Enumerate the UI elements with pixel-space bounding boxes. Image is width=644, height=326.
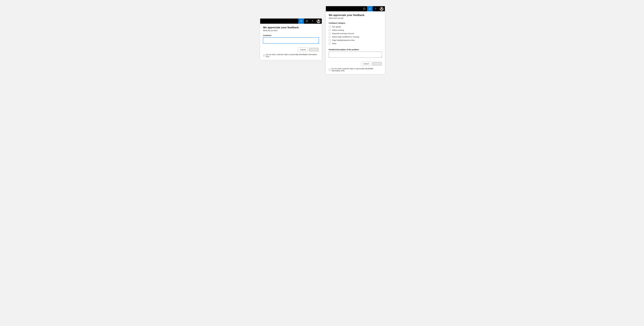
category-option[interactable]: Reported anomaly incorrect	[329, 32, 382, 35]
pii-notice-text: Do not enter customer data or personally…	[266, 54, 319, 58]
category-option-label: File upload	[332, 26, 341, 28]
smile-icon	[300, 20, 302, 22]
svg-point-10	[370, 8, 370, 9]
topbar: ?	[326, 6, 385, 11]
radio-icon	[329, 32, 331, 34]
category-option-label: Status tracking	[332, 29, 344, 31]
svg-point-5	[307, 21, 307, 21]
radio-icon	[329, 36, 331, 38]
category-option[interactable]: Status tracking	[329, 28, 382, 32]
submit-button[interactable]: Submit	[372, 62, 382, 66]
detail-label: Detailed description of the problem	[329, 48, 382, 50]
cancel-button[interactable]: Cancel	[361, 62, 371, 66]
category-option[interactable]: File upload	[329, 25, 382, 28]
panel-title: We appreciate your feedback.	[263, 26, 319, 29]
feedback-panel-negative: ? We appreciate your feedback. What went…	[326, 6, 385, 74]
svg-point-0	[300, 20, 302, 22]
radio-icon	[329, 42, 331, 44]
avatar-wrap	[378, 7, 385, 11]
avatar[interactable]	[316, 19, 320, 23]
tab-smile[interactable]	[362, 6, 367, 11]
help-button[interactable]: ?	[373, 6, 378, 11]
svg-point-6	[363, 8, 365, 10]
panel-title: We appreciate your feedback.	[329, 14, 382, 16]
topbar: ?	[260, 18, 322, 24]
svg-point-9	[369, 8, 371, 10]
avatar-wrap	[315, 19, 322, 23]
category-option[interactable]: Other	[329, 42, 382, 45]
pii-notice: i Do not enter customer data or personal…	[263, 54, 319, 58]
category-option[interactable]: Page loading/response slow	[329, 38, 382, 42]
radio-icon	[329, 39, 331, 41]
category-radio-group: File upload Status tracking Reported ano…	[329, 25, 382, 45]
pii-notice: i Do not enter customer data or personal…	[329, 68, 382, 72]
svg-point-8	[364, 8, 365, 9]
info-icon: i	[263, 54, 265, 56]
frown-icon	[369, 8, 371, 10]
svg-point-2	[302, 21, 302, 21]
category-label: Feedback Category	[329, 22, 382, 24]
pii-notice-text: Do not enter customer data or personally…	[332, 68, 382, 72]
svg-point-7	[364, 8, 364, 9]
tab-frown[interactable]	[367, 6, 373, 11]
svg-point-3	[306, 20, 308, 22]
radio-icon	[329, 29, 331, 31]
panel-subtitle: What went wrong?	[329, 17, 382, 19]
detail-textarea[interactable]	[329, 52, 382, 58]
info-icon: i	[329, 69, 331, 71]
category-option-label: Other	[332, 42, 336, 44]
tab-smile[interactable]	[298, 18, 304, 24]
avatar[interactable]	[380, 7, 384, 11]
frown-icon	[306, 20, 308, 22]
panel-subtitle: What did you like?	[263, 30, 319, 32]
radio-icon	[329, 26, 331, 28]
comment-label: Comment	[263, 34, 319, 36]
cancel-button[interactable]: Cancel	[298, 48, 308, 52]
feedback-panel-positive: ? We appreciate your feedback. What did …	[260, 18, 322, 60]
svg-point-11	[370, 8, 370, 9]
category-option-label: Report data insufficient or missing	[332, 36, 359, 38]
help-button[interactable]: ?	[310, 18, 315, 24]
category-option[interactable]: Report data insufficient or missing	[329, 35, 382, 38]
svg-point-4	[306, 21, 307, 21]
smile-icon	[363, 8, 366, 10]
category-option-label: Page loading/response slow	[332, 39, 354, 41]
submit-button[interactable]: Submit	[309, 48, 319, 52]
tab-frown[interactable]	[304, 18, 310, 24]
svg-point-1	[301, 21, 301, 21]
comment-textarea[interactable]	[263, 38, 319, 44]
category-option-label: Reported anomaly incorrect	[332, 32, 354, 34]
